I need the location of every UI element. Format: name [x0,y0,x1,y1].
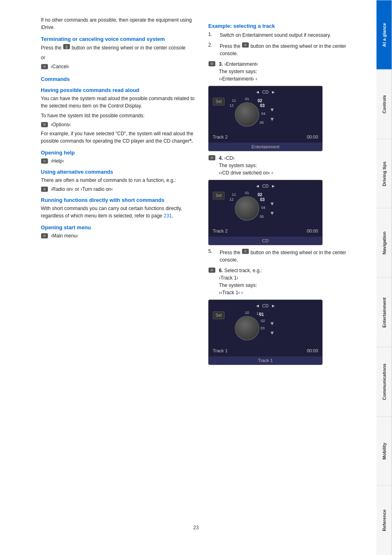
step-4: 4. ›CD‹ The system says: ››CD drive swit… [208,154,363,177]
section1-command: ›Cancel‹ [41,64,196,69]
step-3: 3. ›Entertainment‹ The system says: ››En… [208,60,363,83]
example-title: Example: selecting a track [208,23,363,29]
step-4-mic [208,155,216,162]
sub5-title: Opening start menu [41,224,196,231]
cd-arrows-2: ▼ ▼ [270,201,275,216]
sidebar-tab-driving-tips[interactable]: Driving tips [376,139,392,208]
step-1: 1. Switch on Entertainment sound output … [208,31,363,39]
sidebar-tab-controls[interactable]: Controls [376,69,392,139]
svg-point-20 [244,250,247,253]
step-6: 6. Select track, e.g.: ›Track 1‹ The sys… [208,267,363,296]
sidebar-tab-reference[interactable]: Reference [376,486,392,555]
set-button-3: Set [213,311,225,319]
svg-point-8 [43,160,46,162]
sidebar-tab-at-a-glance[interactable]: At a glance [376,0,392,69]
right-column: Example: selecting a track 1. Switch on … [208,16,363,539]
svg-point-22 [211,269,213,271]
step-1-content: Switch on Entertainment sound output if … [220,31,363,39]
cd-arrows-1: ▼ ▼ [270,107,275,122]
cd-display-1: ◄ CD ► Set 01 02 03 04 05 11 [208,86,323,151]
cd-time-3: 00:00 [307,348,318,353]
mic-icon-cancel [41,64,48,69]
svg-point-6 [43,123,46,126]
sub5-command: ›Main menu‹ [41,233,196,239]
mic-icon-step2 [242,42,249,48]
cd-knob-2: 01 02 03 04 05 11 12 [229,190,265,227]
left-column: If no other commands are possible, then … [41,16,196,539]
sidebar-tab-navigation[interactable]: Navigation [376,208,392,278]
cd-knob-3: 10 11 01 02 03 [229,310,265,347]
mic-icon-1 [63,44,70,49]
intro-text: If no other commands are possible, then … [41,16,196,31]
cd-knob-1: 01 02 03 04 05 11 12 [229,96,265,133]
step-5: 5. Press the button on the steering whee… [208,248,363,264]
step-4-content: 4. ›CD‹ The system says: ››CD drive swit… [219,154,363,177]
set-button-1: Set [213,98,225,105]
step-3-content: 3. ›Entertainment‹ The system says: ››En… [219,60,363,83]
mic-icon-options [41,122,48,128]
step-2-content: Press the button on the steering wheel o… [220,42,363,57]
step-2: 2. Press the button on the steering whee… [208,42,363,57]
sub1-text3: For example, if you have selected "CD", … [41,130,196,145]
cd-time-2: 00:00 [307,228,318,233]
set-button-2: Set [213,192,225,199]
mic-icon-step4 [208,155,216,161]
svg-point-10 [43,188,46,190]
section1-title: Terminating or canceling voice command s… [41,36,196,42]
cd-track-label-3: Track 1 [213,348,227,353]
mic-icon-step6 [208,267,216,273]
mic-icon-mainmenu [41,233,48,239]
svg-point-14 [244,44,247,46]
sub4-title: Running functions directly with short co… [41,197,196,203]
mic-icon-help [41,158,48,164]
sidebar-tab-mobility[interactable]: Mobility [376,416,392,486]
cd-track-label-2: Track 2 [213,228,227,233]
svg-point-1 [65,45,68,48]
page-number: 23 [193,517,198,539]
cd-arrows-3: ▼ ▼ [270,320,275,336]
mic-icon-step3 [208,61,216,67]
cd-display-3: ◄ CD ► Set 10 11 01 02 03 [208,300,323,365]
cd-display-2: ◄ CD ► Set 01 02 03 04 05 11 12 [208,180,323,245]
sub3-title: Using alternative commands [41,169,196,175]
sub1-text2: To have the system list the possible com… [41,112,196,119]
sub3-command: ›Radio on‹ or ›Turn radio on‹ [41,186,196,192]
mic-icon-radio [41,186,48,192]
sub1-command: ›Options‹ [41,122,196,128]
cd-track-label-1: Track 2 [213,134,227,139]
step-6-mic [208,267,216,274]
sidebar-tab-entertainment[interactable]: Entertainment [376,278,392,347]
cd-bottom-label-2: CD [209,237,322,245]
cd-bottom-label-3: Track 1 [209,356,322,365]
section1-text: Press the button on the steering wheel o… [41,44,196,51]
sub2-command: ›Help‹ [41,158,196,164]
cd-time-1: 00:00 [307,134,318,139]
commands-title: Commands [41,76,196,82]
sub2-title: Opening help [41,150,196,156]
page-ref-link[interactable]: 231 [164,213,172,219]
svg-point-18 [211,157,213,159]
section1-or: or [41,54,196,61]
sidebar: At a glance Controls Driving tips Naviga… [376,0,392,555]
cd-bottom-label-1: Entertainment [209,143,322,151]
sub4-text: With short commands you can carry out ce… [41,205,196,219]
mic-icon-step5 [242,248,249,254]
svg-point-16 [211,63,213,65]
sub1-text1: You can have the system read aloud the p… [41,95,196,110]
sub1-title: Having possible commands read aloud [41,87,196,93]
svg-point-12 [43,235,46,237]
sub3-text: There are often a number of commands to … [41,177,196,184]
svg-point-4 [43,65,46,68]
sidebar-tab-communications[interactable]: Communications [376,347,392,416]
step-5-content: Press the button on the steering wheel o… [220,248,363,264]
step-3-mic [208,61,216,68]
step-6-content: 6. Select track, e.g.: ›Track 1‹ The sys… [219,267,363,296]
